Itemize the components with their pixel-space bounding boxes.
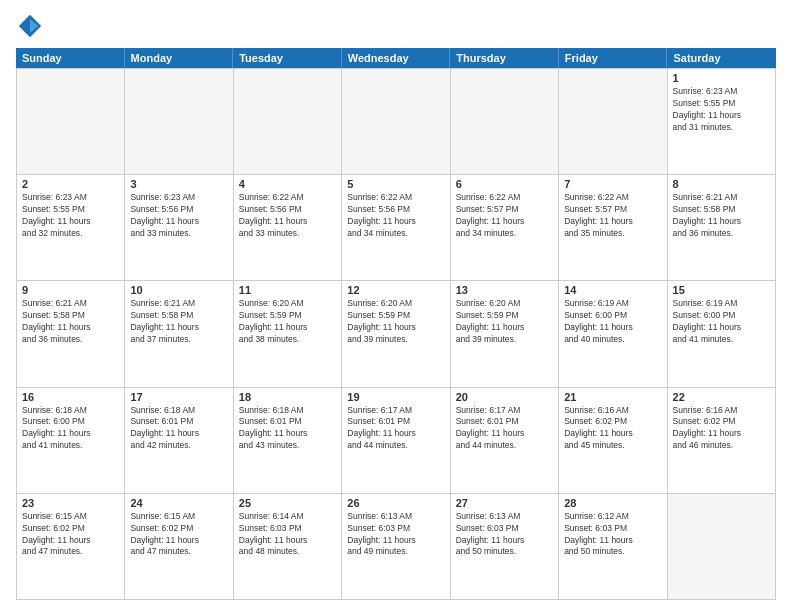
- day-header-sunday: Sunday: [16, 48, 125, 68]
- day-cell-10: 10Sunrise: 6:21 AM Sunset: 5:58 PM Dayli…: [125, 281, 233, 387]
- day-number: 12: [347, 284, 444, 296]
- day-number: 9: [22, 284, 119, 296]
- day-cell-2: 2Sunrise: 6:23 AM Sunset: 5:55 PM Daylig…: [17, 175, 125, 281]
- day-info: Sunrise: 6:22 AM Sunset: 5:56 PM Dayligh…: [347, 192, 444, 240]
- day-info: Sunrise: 6:21 AM Sunset: 5:58 PM Dayligh…: [22, 298, 119, 346]
- day-header-monday: Monday: [125, 48, 234, 68]
- day-number: 23: [22, 497, 119, 509]
- day-info: Sunrise: 6:23 AM Sunset: 5:55 PM Dayligh…: [22, 192, 119, 240]
- day-number: 25: [239, 497, 336, 509]
- day-number: 27: [456, 497, 553, 509]
- day-info: Sunrise: 6:13 AM Sunset: 6:03 PM Dayligh…: [456, 511, 553, 559]
- day-number: 26: [347, 497, 444, 509]
- day-header-wednesday: Wednesday: [342, 48, 451, 68]
- day-cell-27: 27Sunrise: 6:13 AM Sunset: 6:03 PM Dayli…: [451, 494, 559, 600]
- day-number: 8: [673, 178, 770, 190]
- day-number: 19: [347, 391, 444, 403]
- day-info: Sunrise: 6:19 AM Sunset: 6:00 PM Dayligh…: [564, 298, 661, 346]
- day-cell-22: 22Sunrise: 6:16 AM Sunset: 6:02 PM Dayli…: [668, 388, 776, 494]
- day-cell-18: 18Sunrise: 6:18 AM Sunset: 6:01 PM Dayli…: [234, 388, 342, 494]
- day-info: Sunrise: 6:15 AM Sunset: 6:02 PM Dayligh…: [22, 511, 119, 559]
- day-number: 16: [22, 391, 119, 403]
- day-info: Sunrise: 6:13 AM Sunset: 6:03 PM Dayligh…: [347, 511, 444, 559]
- day-info: Sunrise: 6:21 AM Sunset: 5:58 PM Dayligh…: [130, 298, 227, 346]
- day-cell-empty: [342, 69, 450, 175]
- day-cell-empty: [559, 69, 667, 175]
- day-number: 18: [239, 391, 336, 403]
- day-cell-20: 20Sunrise: 6:17 AM Sunset: 6:01 PM Dayli…: [451, 388, 559, 494]
- day-info: Sunrise: 6:17 AM Sunset: 6:01 PM Dayligh…: [347, 405, 444, 453]
- calendar: SundayMondayTuesdayWednesdayThursdayFrid…: [16, 48, 776, 600]
- day-cell-11: 11Sunrise: 6:20 AM Sunset: 5:59 PM Dayli…: [234, 281, 342, 387]
- day-cell-26: 26Sunrise: 6:13 AM Sunset: 6:03 PM Dayli…: [342, 494, 450, 600]
- day-info: Sunrise: 6:20 AM Sunset: 5:59 PM Dayligh…: [347, 298, 444, 346]
- day-number: 15: [673, 284, 770, 296]
- logo-icon: [16, 12, 44, 40]
- page: SundayMondayTuesdayWednesdayThursdayFrid…: [0, 0, 792, 612]
- day-number: 3: [130, 178, 227, 190]
- logo: [16, 12, 48, 40]
- day-info: Sunrise: 6:17 AM Sunset: 6:01 PM Dayligh…: [456, 405, 553, 453]
- day-cell-16: 16Sunrise: 6:18 AM Sunset: 6:00 PM Dayli…: [17, 388, 125, 494]
- day-info: Sunrise: 6:23 AM Sunset: 5:56 PM Dayligh…: [130, 192, 227, 240]
- day-header-tuesday: Tuesday: [233, 48, 342, 68]
- day-cell-empty: [451, 69, 559, 175]
- day-cell-19: 19Sunrise: 6:17 AM Sunset: 6:01 PM Dayli…: [342, 388, 450, 494]
- day-cell-28: 28Sunrise: 6:12 AM Sunset: 6:03 PM Dayli…: [559, 494, 667, 600]
- day-info: Sunrise: 6:22 AM Sunset: 5:57 PM Dayligh…: [456, 192, 553, 240]
- day-cell-24: 24Sunrise: 6:15 AM Sunset: 6:02 PM Dayli…: [125, 494, 233, 600]
- day-info: Sunrise: 6:20 AM Sunset: 5:59 PM Dayligh…: [456, 298, 553, 346]
- day-number: 21: [564, 391, 661, 403]
- day-cell-14: 14Sunrise: 6:19 AM Sunset: 6:00 PM Dayli…: [559, 281, 667, 387]
- day-cell-21: 21Sunrise: 6:16 AM Sunset: 6:02 PM Dayli…: [559, 388, 667, 494]
- day-number: 5: [347, 178, 444, 190]
- day-number: 2: [22, 178, 119, 190]
- day-number: 13: [456, 284, 553, 296]
- day-cell-empty: [668, 494, 776, 600]
- day-header-friday: Friday: [559, 48, 668, 68]
- day-cell-17: 17Sunrise: 6:18 AM Sunset: 6:01 PM Dayli…: [125, 388, 233, 494]
- day-number: 10: [130, 284, 227, 296]
- day-cell-25: 25Sunrise: 6:14 AM Sunset: 6:03 PM Dayli…: [234, 494, 342, 600]
- day-info: Sunrise: 6:20 AM Sunset: 5:59 PM Dayligh…: [239, 298, 336, 346]
- day-number: 11: [239, 284, 336, 296]
- calendar-header: SundayMondayTuesdayWednesdayThursdayFrid…: [16, 48, 776, 68]
- day-info: Sunrise: 6:14 AM Sunset: 6:03 PM Dayligh…: [239, 511, 336, 559]
- day-cell-5: 5Sunrise: 6:22 AM Sunset: 5:56 PM Daylig…: [342, 175, 450, 281]
- day-header-saturday: Saturday: [667, 48, 776, 68]
- day-info: Sunrise: 6:15 AM Sunset: 6:02 PM Dayligh…: [130, 511, 227, 559]
- day-info: Sunrise: 6:18 AM Sunset: 6:00 PM Dayligh…: [22, 405, 119, 453]
- day-info: Sunrise: 6:23 AM Sunset: 5:55 PM Dayligh…: [673, 86, 770, 134]
- day-number: 22: [673, 391, 770, 403]
- day-cell-9: 9Sunrise: 6:21 AM Sunset: 5:58 PM Daylig…: [17, 281, 125, 387]
- day-cell-15: 15Sunrise: 6:19 AM Sunset: 6:00 PM Dayli…: [668, 281, 776, 387]
- day-number: 28: [564, 497, 661, 509]
- day-info: Sunrise: 6:22 AM Sunset: 5:56 PM Dayligh…: [239, 192, 336, 240]
- day-info: Sunrise: 6:18 AM Sunset: 6:01 PM Dayligh…: [130, 405, 227, 453]
- day-info: Sunrise: 6:18 AM Sunset: 6:01 PM Dayligh…: [239, 405, 336, 453]
- day-number: 7: [564, 178, 661, 190]
- day-cell-1: 1Sunrise: 6:23 AM Sunset: 5:55 PM Daylig…: [668, 69, 776, 175]
- day-number: 24: [130, 497, 227, 509]
- day-cell-empty: [125, 69, 233, 175]
- day-cell-3: 3Sunrise: 6:23 AM Sunset: 5:56 PM Daylig…: [125, 175, 233, 281]
- day-number: 20: [456, 391, 553, 403]
- day-cell-12: 12Sunrise: 6:20 AM Sunset: 5:59 PM Dayli…: [342, 281, 450, 387]
- day-cell-empty: [234, 69, 342, 175]
- day-cell-empty: [17, 69, 125, 175]
- day-header-thursday: Thursday: [450, 48, 559, 68]
- day-info: Sunrise: 6:12 AM Sunset: 6:03 PM Dayligh…: [564, 511, 661, 559]
- day-cell-6: 6Sunrise: 6:22 AM Sunset: 5:57 PM Daylig…: [451, 175, 559, 281]
- header: [16, 12, 776, 40]
- day-cell-8: 8Sunrise: 6:21 AM Sunset: 5:58 PM Daylig…: [668, 175, 776, 281]
- day-cell-4: 4Sunrise: 6:22 AM Sunset: 5:56 PM Daylig…: [234, 175, 342, 281]
- day-info: Sunrise: 6:19 AM Sunset: 6:00 PM Dayligh…: [673, 298, 770, 346]
- day-number: 4: [239, 178, 336, 190]
- day-info: Sunrise: 6:16 AM Sunset: 6:02 PM Dayligh…: [564, 405, 661, 453]
- day-info: Sunrise: 6:16 AM Sunset: 6:02 PM Dayligh…: [673, 405, 770, 453]
- day-cell-7: 7Sunrise: 6:22 AM Sunset: 5:57 PM Daylig…: [559, 175, 667, 281]
- day-number: 17: [130, 391, 227, 403]
- calendar-body: 1Sunrise: 6:23 AM Sunset: 5:55 PM Daylig…: [16, 68, 776, 600]
- day-info: Sunrise: 6:21 AM Sunset: 5:58 PM Dayligh…: [673, 192, 770, 240]
- day-info: Sunrise: 6:22 AM Sunset: 5:57 PM Dayligh…: [564, 192, 661, 240]
